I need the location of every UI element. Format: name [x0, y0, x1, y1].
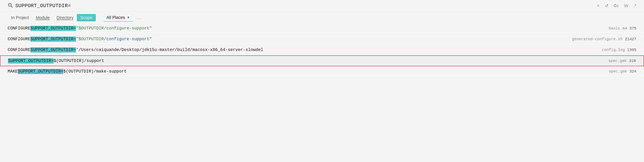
row-suffix-green: "$OUTPUTDIR/configure-support": [76, 26, 152, 31]
row-highlight: SUPPORT_OUTPUTDIR=: [30, 26, 76, 31]
line-number: 1395: [627, 48, 636, 52]
results-list: CONFIGURESUPPORT_OUTPUTDIR="$OUTPUTDIR/c…: [0, 23, 644, 162]
close-icon[interactable]: ×: [597, 3, 600, 8]
result-meta: basic.m4 375: [609, 26, 636, 31]
row-suffix: '/Users/caiquande/Desktop/jdk15u-master/…: [76, 48, 263, 52]
row-suffix-blue: /configure-support": [104, 37, 152, 42]
line-number: 324: [630, 69, 636, 74]
search-bar: SUPPORT_OUTPUTDIR= × ↺ Cc W .*: [0, 0, 644, 12]
tab-directory[interactable]: Directory: [53, 14, 77, 21]
file-name: config.log: [602, 48, 625, 52]
match-case-icon[interactable]: Cc: [614, 3, 619, 8]
row-suffix: $(OUTPUTDIR)/support: [54, 58, 104, 63]
row-highlight: SUPPORT_OUTPUTDIR=: [18, 69, 64, 74]
tab-in-project[interactable]: In Project: [8, 14, 32, 21]
file-name: generated-configure.sh: [572, 37, 622, 41]
dropdown-area: All Places ▼ ...: [104, 14, 143, 22]
dropdown-all-places[interactable]: All Places ▼: [104, 14, 133, 22]
search-query[interactable]: SUPPORT_OUTPUTDIR=: [15, 3, 595, 9]
table-row[interactable]: CONFIGURESUPPORT_OUTPUTDIR="$OUTPUTDIR/c…: [0, 23, 644, 34]
tab-module[interactable]: Module: [32, 14, 53, 21]
row-prefix: CONFIGURE: [8, 48, 30, 52]
table-row[interactable]: CONFIGURESUPPORT_OUTPUTDIR="$OUTPUTDIR/c…: [0, 34, 644, 45]
result-meta: spec.gmk 316: [608, 59, 636, 63]
result-content: CONFIGURESUPPORT_OUTPUTDIR="$OUTPUTDIR/c…: [8, 26, 609, 31]
table-row[interactable]: MAKESUPPORT_OUTPUTDIR=$(OUTPUTDIR)/make-…: [0, 66, 644, 77]
rerun-icon[interactable]: ↺: [605, 3, 608, 8]
row-prefix: MAKE: [8, 69, 18, 74]
row-suffix: $(OUTPUTDIR)/make-support: [63, 69, 126, 74]
table-row[interactable]: SUPPORT_OUTPUTDIR=$(OUTPUTDIR)/support s…: [0, 55, 644, 66]
line-number: 375: [630, 26, 636, 31]
tab-scope[interactable]: Scope: [77, 14, 96, 21]
search-icon-area: [8, 3, 13, 9]
result-meta: generated-configure.sh 21427: [572, 37, 636, 41]
filter-bar: In Project Module Directory Scope All Pl…: [0, 12, 644, 23]
result-content: SUPPORT_OUTPUTDIR=$(OUTPUTDIR)/support: [8, 58, 608, 63]
main-container: SUPPORT_OUTPUTDIR= × ↺ Cc W .* In Projec…: [0, 0, 644, 162]
match-word-icon[interactable]: W: [624, 3, 628, 8]
svg-point-0: [8, 4, 12, 7]
line-number: 316: [629, 59, 636, 63]
dropdown-label: All Places: [106, 15, 125, 20]
result-content: CONFIGURESUPPORT_OUTPUTDIR="$OUTPUTDIR/c…: [8, 37, 572, 42]
row-prefix: CONFIGURE: [8, 37, 30, 42]
file-name: basic.m4: [609, 26, 627, 31]
file-name: spec.gmk: [608, 59, 627, 63]
more-options-button[interactable]: ...: [134, 15, 143, 21]
row-suffix-green: "$OUTPUTDIR: [76, 37, 104, 42]
search-magnifier-icon: [8, 3, 13, 9]
line-number: 21427: [625, 37, 636, 41]
row-highlight: SUPPORT_OUTPUTDIR=: [30, 37, 76, 42]
row-highlight: SUPPORT_OUTPUTDIR=: [8, 58, 54, 63]
file-name: spec.gmk: [609, 69, 627, 74]
toolbar-right: × ↺ Cc W .*: [597, 3, 636, 8]
result-content: MAKESUPPORT_OUTPUTDIR=$(OUTPUTDIR)/make-…: [8, 69, 609, 74]
regex-icon[interactable]: .*: [634, 3, 636, 8]
dropdown-arrow-icon: ▼: [127, 16, 130, 19]
result-meta: spec.gmk 324: [609, 69, 636, 74]
table-row[interactable]: CONFIGURESUPPORT_OUTPUTDIR='/Users/caiqu…: [0, 45, 644, 55]
row-prefix: CONFIGURE: [8, 26, 30, 31]
result-meta: config.log 1395: [602, 48, 636, 52]
result-content: CONFIGURESUPPORT_OUTPUTDIR='/Users/caiqu…: [8, 47, 602, 52]
row-highlight: SUPPORT_OUTPUTDIR=: [30, 47, 76, 52]
svg-line-1: [11, 6, 13, 8]
